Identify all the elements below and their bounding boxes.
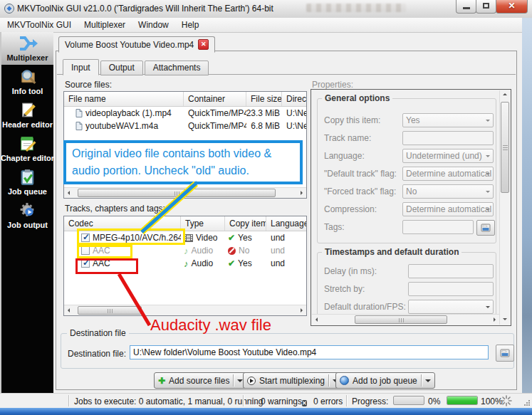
scroll-right-icon[interactable] <box>301 308 305 312</box>
minimize-button[interactable] <box>456 0 476 14</box>
menu-help[interactable]: Help <box>176 19 205 31</box>
resize-grip[interactable] <box>523 399 531 406</box>
menu-bar: MKVToolNix GUI Multiplexer Window Help <box>0 18 532 33</box>
menu-multiplexer[interactable]: Multiplexer <box>78 19 131 31</box>
track-row[interactable]: AAC Audio No und <box>64 244 306 257</box>
destination-browse-button[interactable] <box>496 345 514 362</box>
scrollbar-thumb[interactable] <box>355 315 447 324</box>
multiplexer-pane: Input Output Attachments Source files: F… <box>56 51 517 390</box>
column-header[interactable]: Codec <box>64 216 181 231</box>
tracks-table[interactable]: Codec Type Copy item Language MPEG-4p10/… <box>63 216 307 316</box>
scrollbar-thumb[interactable] <box>78 306 142 315</box>
column-header[interactable]: Copy item <box>225 216 266 231</box>
statusbar-separator <box>346 395 347 406</box>
language-select[interactable]: Undetermined (und) <box>402 149 494 163</box>
document-tab[interactable]: Volume Boost Youtube Video.mp4 ✕ <box>58 36 215 53</box>
copy-value: Yes <box>238 233 252 243</box>
sidebar-item-job-output[interactable]: Job output <box>1 199 53 232</box>
container: QuickTime/MP4 <box>188 121 246 131</box>
vertical-scrollbar[interactable] <box>499 90 510 325</box>
no-icon <box>228 247 236 255</box>
scroll-left-icon[interactable] <box>313 317 318 322</box>
scroll-up-icon[interactable] <box>503 91 507 95</box>
menu-window[interactable]: Window <box>132 19 174 31</box>
close-button[interactable] <box>496 0 528 14</box>
track-language: und <box>271 233 285 243</box>
window-border-right <box>522 18 532 415</box>
maximize-button[interactable] <box>476 0 496 14</box>
spinner-icon <box>501 395 512 406</box>
tab-attachments[interactable]: Attachments <box>145 61 209 75</box>
column-header[interactable]: Container <box>184 92 246 106</box>
scrollbar-thumb[interactable] <box>501 102 509 193</box>
job-output-icon <box>17 201 38 220</box>
field-label: "Forced track" flag: <box>324 187 396 196</box>
default-duration-select[interactable] <box>408 300 494 314</box>
folder-icon <box>500 349 510 357</box>
info-tool-icon <box>17 67 38 86</box>
add-source-files-button[interactable]: Add source files <box>154 372 247 389</box>
horizontal-scrollbar[interactable] <box>312 314 499 325</box>
sidebar-item-label: Multiplexer <box>6 53 48 62</box>
compression-select[interactable]: Determine automatical <box>402 202 494 216</box>
tab-input[interactable]: Input <box>63 59 99 75</box>
chevron-down-icon <box>486 155 490 159</box>
directory: U:\New f <box>286 108 306 118</box>
close-icon[interactable]: ✕ <box>198 39 209 50</box>
title-bar[interactable]: MKVToolNix GUI v21.0.0 ('Tardigrades Wil… <box>0 0 532 19</box>
copy-checkbox[interactable] <box>81 233 90 242</box>
play-icon <box>247 377 256 385</box>
sidebar-item-multiplexer[interactable]: Multiplexer <box>1 32 53 65</box>
sidebar-item-job-queue[interactable]: Job queue <box>1 165 53 199</box>
track-type: Video <box>196 233 217 243</box>
copy-checkbox[interactable] <box>81 259 90 268</box>
column-header[interactable]: Type <box>181 216 225 231</box>
column-header[interactable]: File size <box>246 92 282 106</box>
button-label: Start multiplexing <box>259 376 325 386</box>
scrollbar-thumb[interactable] <box>78 189 276 197</box>
sidebar-item-header-editor[interactable]: Header editor <box>1 98 53 132</box>
horizontal-scrollbar[interactable] <box>64 305 306 315</box>
tags-input[interactable] <box>402 220 474 234</box>
track-name-input[interactable] <box>402 131 494 145</box>
tab-output[interactable]: Output <box>100 61 143 75</box>
delay-input[interactable] <box>408 264 494 278</box>
sidebar-item-info-tool[interactable]: Info tool <box>1 65 53 98</box>
field-label: Language: <box>324 151 365 161</box>
scroll-right-icon[interactable] <box>301 191 305 195</box>
source-file-row[interactable]: videoplayback (1).mp4 QuickTime/MP4 23.3… <box>64 107 306 120</box>
scroll-left-icon[interactable] <box>66 308 70 312</box>
copy-this-item-select[interactable]: Yes <box>402 113 494 127</box>
menu-mkvtoolnix-gui[interactable]: MKVToolNix GUI <box>1 19 77 31</box>
container: QuickTime/MP4 <box>188 108 246 118</box>
column-header[interactable]: Director <box>282 92 306 106</box>
file-name: videoplayback (1).mp4 <box>85 108 172 118</box>
group-title: General options <box>322 93 392 103</box>
field-label: Stretch by: <box>324 284 365 294</box>
copy-value: Yes <box>238 258 252 268</box>
default-track-flag-select[interactable]: Determine automatical <box>402 167 494 181</box>
forced-track-flag-select[interactable]: No <box>402 184 494 199</box>
source-file-row[interactable]: youtubeWAV1.m4a QuickTime/MP4 6.8 MiB U:… <box>64 120 306 132</box>
sidebar-item-chapter-editor[interactable]: Chapter editor <box>1 132 53 165</box>
stretch-by-input[interactable] <box>408 282 494 296</box>
column-header[interactable]: Language <box>266 216 306 231</box>
column-header[interactable]: File name <box>64 92 184 106</box>
track-row[interactable]: AAC Audio Yes und <box>64 257 306 270</box>
start-multiplexing-button[interactable]: Start multiplexing <box>243 372 343 389</box>
add-to-job-queue-button[interactable]: Add to job queue <box>335 372 435 389</box>
scroll-right-icon[interactable] <box>494 317 498 322</box>
tags-browse-button[interactable] <box>476 220 495 236</box>
tracks-label: Tracks, chapters and tags: <box>65 204 165 214</box>
statusbar-separator <box>243 395 244 406</box>
destination-file-input[interactable] <box>130 345 489 359</box>
chevron-down-icon[interactable] <box>425 379 431 385</box>
field-value: Determine automatical <box>406 169 491 179</box>
scroll-left-icon[interactable] <box>66 191 70 195</box>
horizontal-scrollbar[interactable] <box>64 187 306 198</box>
codec: AAC <box>93 258 110 268</box>
field-label: Copy this item: <box>324 115 380 125</box>
track-row[interactable]: MPEG-4p10/AVC/h.264 Video Yes und <box>64 231 306 244</box>
scroll-down-icon[interactable] <box>503 318 507 322</box>
copy-checkbox[interactable] <box>81 246 90 255</box>
